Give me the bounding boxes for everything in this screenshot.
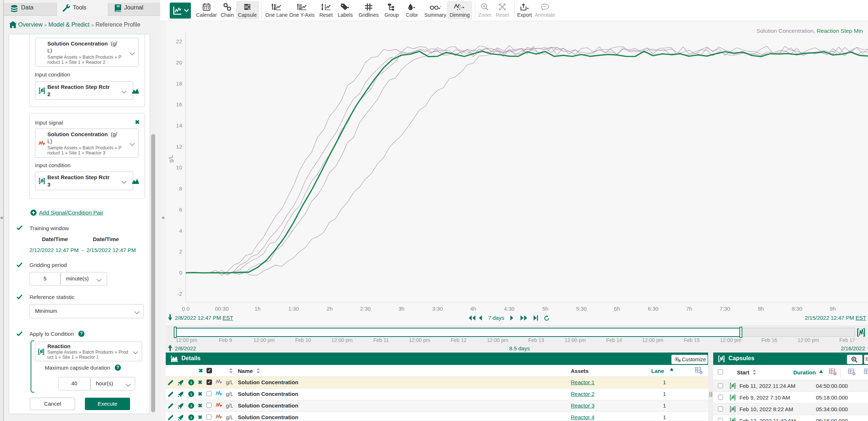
svg-text:7 days: 7 days	[488, 315, 504, 321]
